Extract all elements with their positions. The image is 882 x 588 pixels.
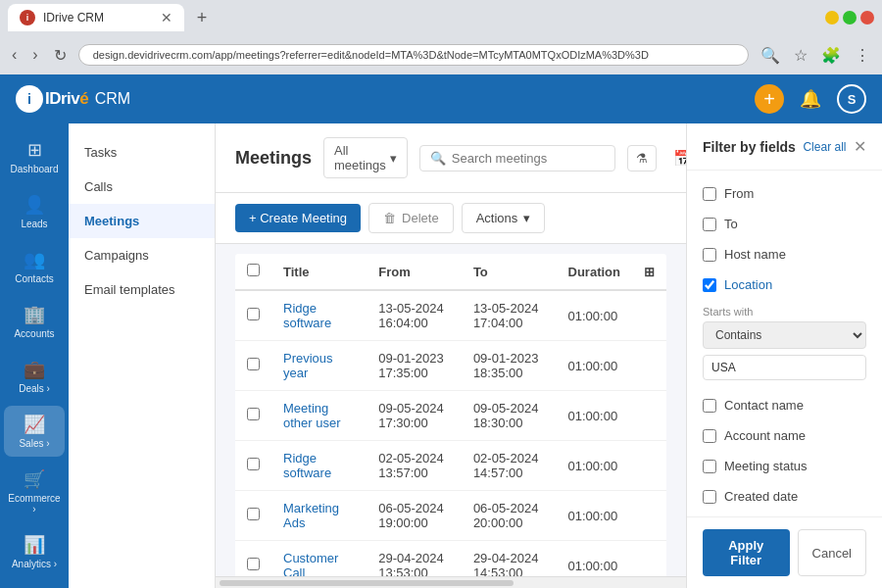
filter-label-account-name: Account name bbox=[724, 428, 806, 443]
ecommerce-icon: 🛒 bbox=[24, 468, 45, 490]
filter-icon-button[interactable]: ⚗ bbox=[627, 145, 657, 172]
cell-duration: 01:00:00 bbox=[557, 391, 632, 441]
calendar-button[interactable]: 📅 bbox=[668, 144, 686, 172]
filter-field-created-date: Created date bbox=[687, 481, 882, 512]
table-row: Customer Call 29-04-2024 13:53:00 29-04-… bbox=[235, 541, 666, 577]
filter-label-meeting-status: Meeting status bbox=[724, 459, 808, 473]
sidebar-item-ecommerce[interactable]: 🛒 Ecommerce › bbox=[4, 461, 65, 522]
filter-location-sub: Starts with Contains bbox=[687, 300, 882, 390]
filter-item-location[interactable]: Location bbox=[687, 270, 882, 300]
filter-checkbox-location[interactable] bbox=[703, 278, 716, 292]
row-checkbox[interactable] bbox=[247, 458, 260, 470]
window-close-button[interactable] bbox=[860, 11, 874, 24]
filter-panel: Filter by fields Clear all ✕ From To Hos… bbox=[686, 123, 882, 588]
nav-item-email-templates[interactable]: Email templates bbox=[69, 272, 215, 307]
filter-checkbox-meeting-status[interactable] bbox=[703, 460, 716, 473]
filter-footer: Apply Filter Cancel bbox=[687, 516, 882, 588]
search-bar[interactable]: 🔍 bbox=[419, 145, 615, 172]
nav-item-calls[interactable]: Calls bbox=[69, 170, 215, 204]
row-checkbox[interactable] bbox=[247, 508, 260, 520]
table-row: Previous year 09-01-2023 17:35:00 09-01-… bbox=[235, 341, 666, 391]
search-input[interactable] bbox=[452, 151, 609, 166]
user-avatar[interactable]: S bbox=[837, 84, 866, 114]
filter-checkbox-contact-name[interactable] bbox=[703, 399, 716, 413]
create-meeting-button[interactable]: + Create Meeting bbox=[235, 204, 361, 232]
filter-checkbox-from[interactable] bbox=[703, 187, 716, 201]
nav-panel: Tasks Calls Meetings Campaigns Email tem… bbox=[69, 123, 216, 588]
cell-duration: 01:00:00 bbox=[557, 541, 632, 577]
location-value-input[interactable] bbox=[703, 355, 866, 380]
menu-icon[interactable]: ⋮ bbox=[851, 42, 874, 69]
apply-filter-button[interactable]: Apply Filter bbox=[703, 529, 790, 576]
window-minimize-button[interactable] bbox=[825, 11, 839, 24]
address-bar[interactable]: design.devidrivecrm.com/app/meetings?ref… bbox=[78, 44, 749, 66]
cell-title: Marketing Ads bbox=[271, 491, 367, 541]
select-all-checkbox[interactable] bbox=[247, 264, 260, 276]
notifications-button[interactable]: 🔔 bbox=[796, 84, 825, 114]
filter-label-host-name: Host name bbox=[724, 247, 786, 262]
actions-button[interactable]: Actions ▾ bbox=[462, 203, 546, 233]
sidebar-item-deals[interactable]: 💼 Deals › bbox=[4, 351, 65, 402]
sidebar-item-leads[interactable]: 👤 Leads bbox=[4, 186, 65, 237]
filter-field-host-name: Host name bbox=[687, 239, 882, 270]
cell-title: Ridge software bbox=[271, 290, 367, 341]
row-checkbox[interactable] bbox=[247, 358, 260, 370]
new-tab-button[interactable]: + bbox=[188, 4, 216, 31]
logo-text: IDrivé bbox=[45, 89, 88, 109]
row-checkbox[interactable] bbox=[247, 308, 260, 320]
filter-clear-button[interactable]: Clear all bbox=[803, 140, 846, 154]
back-button[interactable]: ‹ bbox=[8, 42, 21, 68]
cell-actions bbox=[632, 541, 666, 577]
row-checkbox[interactable] bbox=[247, 408, 260, 420]
sidebar-item-dashboard[interactable]: ⊞ Dashboard bbox=[4, 131, 65, 182]
filter-item-created-date[interactable]: Created date bbox=[687, 481, 882, 512]
meetings-table: Title From To Duration ⊞ Ridge software … bbox=[235, 254, 666, 576]
sidebar-item-analytics[interactable]: 📊 Analytics › bbox=[4, 526, 65, 577]
cell-from: 09-05-2024 17:30:00 bbox=[367, 391, 462, 441]
filter-item-to[interactable]: To bbox=[687, 209, 882, 239]
bookmark-icon[interactable]: ☆ bbox=[790, 42, 811, 69]
add-button[interactable]: + bbox=[755, 84, 784, 114]
cell-actions bbox=[632, 441, 666, 491]
cell-to: 02-05-2024 14:57:00 bbox=[462, 441, 557, 491]
filter-checkbox-to[interactable] bbox=[703, 218, 716, 231]
filter-checkbox-created-date[interactable] bbox=[703, 490, 716, 504]
filter-close-button[interactable]: ✕ bbox=[854, 137, 866, 156]
filter-item-contact-name[interactable]: Contact name bbox=[687, 390, 882, 420]
nav-item-campaigns[interactable]: Campaigns bbox=[69, 238, 215, 272]
filter-field-location: Location bbox=[687, 270, 882, 300]
cell-actions bbox=[632, 341, 666, 391]
cell-title: Previous year bbox=[271, 341, 367, 391]
col-duration: Duration bbox=[557, 254, 632, 290]
tab-close-icon[interactable]: ✕ bbox=[161, 10, 172, 25]
filter-item-from[interactable]: From bbox=[687, 178, 882, 209]
horizontal-scrollbar[interactable] bbox=[216, 576, 686, 588]
filter-item-host-name[interactable]: Host name bbox=[687, 239, 882, 270]
filter-item-account-name[interactable]: Account name bbox=[687, 420, 882, 451]
sidebar-item-data-migration[interactable]: 🔄 Data Migration bbox=[4, 581, 65, 588]
zoom-icon[interactable]: 🔍 bbox=[757, 42, 784, 69]
search-icon: 🔍 bbox=[430, 151, 446, 166]
filter-label-location: Location bbox=[724, 277, 772, 292]
filter-header: Filter by fields Clear all ✕ bbox=[687, 123, 882, 171]
row-checkbox[interactable] bbox=[247, 558, 260, 570]
extensions-icon[interactable]: 🧩 bbox=[817, 42, 845, 69]
reload-button[interactable]: ↻ bbox=[50, 42, 71, 69]
browser-tab[interactable]: i IDrive CRM ✕ bbox=[8, 4, 184, 31]
nav-item-tasks[interactable]: Tasks bbox=[69, 135, 215, 170]
sidebar-item-accounts[interactable]: 🏢 Accounts bbox=[4, 296, 65, 347]
window-maximize-button[interactable] bbox=[843, 11, 857, 24]
filter-dropdown[interactable]: All meetings ▾ bbox=[323, 137, 408, 178]
nav-item-meetings[interactable]: Meetings bbox=[69, 204, 215, 238]
filter-checkbox-host-name[interactable] bbox=[703, 248, 716, 262]
sidebar-item-contacts[interactable]: 👥 Contacts bbox=[4, 241, 65, 292]
cell-actions bbox=[632, 491, 666, 541]
contains-select[interactable]: Contains bbox=[703, 321, 866, 349]
delete-button[interactable]: 🗑 Delete bbox=[368, 203, 454, 233]
filter-checkbox-account-name[interactable] bbox=[703, 429, 716, 443]
cancel-filter-button[interactable]: Cancel bbox=[798, 529, 866, 576]
filter-item-meeting-status[interactable]: Meeting status bbox=[687, 451, 882, 481]
scrollbar-thumb[interactable] bbox=[220, 580, 514, 586]
forward-button[interactable]: › bbox=[28, 42, 41, 68]
sidebar-item-sales[interactable]: 📈 Sales › bbox=[4, 406, 65, 457]
